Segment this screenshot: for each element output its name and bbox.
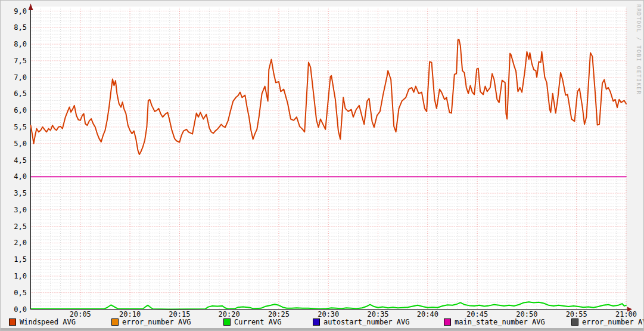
y-axis-label: 4,5 <box>1 157 27 164</box>
y-axis-label: 0,5 <box>1 289 27 296</box>
legend-swatch-icon <box>313 318 320 326</box>
x-axis-label: 20:40 <box>415 311 441 318</box>
y-axis-label: 7,5 <box>1 57 27 64</box>
bottom-border-strip <box>1 328 643 330</box>
legend-swatch-icon <box>9 318 16 326</box>
legend-swatch-icon <box>444 318 451 326</box>
legend-item-current-avg: Current AVG <box>223 317 281 326</box>
legend-label: main_state_number AVG <box>455 318 545 326</box>
y-axis-label: 7,0 <box>1 74 27 81</box>
rrdtool-graph: 9,08,58,07,57,06,56,05,55,04,54,03,53,02… <box>0 0 644 331</box>
legend-label: Current AVG <box>234 318 281 326</box>
legend-swatch-icon <box>223 318 231 326</box>
y-axis-label: 4,0 <box>1 173 27 180</box>
y-axis-label: 3,5 <box>1 190 27 197</box>
y-axis-label: 6,5 <box>1 90 27 97</box>
y-axis-label: 5,0 <box>1 140 27 147</box>
plot-area <box>1 1 644 331</box>
y-axis-label: 0,0 <box>1 306 27 313</box>
legend-swatch-icon <box>111 318 119 326</box>
y-axis-label: 1,5 <box>1 256 27 263</box>
y-axis-label: 8,5 <box>1 24 27 31</box>
y-axis-label: 9,0 <box>1 8 27 15</box>
y-axis-label: 6,0 <box>1 107 27 114</box>
y-axis-label: 3,0 <box>1 206 27 214</box>
legend-label: error_number AVG <box>582 318 644 326</box>
y-axis-label: 8,0 <box>1 41 27 48</box>
y-axis-label: 2,5 <box>1 223 27 230</box>
rrdtool-watermark: RRDTOOL / TOBI OETIKER <box>636 4 642 95</box>
legend-label: Windspeed AVG <box>20 318 76 326</box>
legend-item-autostart-number-avg: autostart_number AVG <box>313 317 410 326</box>
legend-label: autostart_number AVG <box>323 318 410 326</box>
y-axis-label: 5,5 <box>1 123 27 131</box>
legend-item-main-state-number-avg: main_state_number AVG <box>444 317 545 326</box>
legend-label: error_number AVG <box>122 318 191 326</box>
legend-item-error-number-avg: error_number AVG <box>111 317 191 326</box>
y-axis-label: 2,0 <box>1 239 27 246</box>
legend-item-windspeed-avg: Windspeed AVG <box>9 317 76 326</box>
y-axis-label: 1,0 <box>1 273 27 280</box>
legend-item-error-number-avg: error_number AVG <box>571 317 644 326</box>
legend-swatch-icon <box>571 318 578 326</box>
